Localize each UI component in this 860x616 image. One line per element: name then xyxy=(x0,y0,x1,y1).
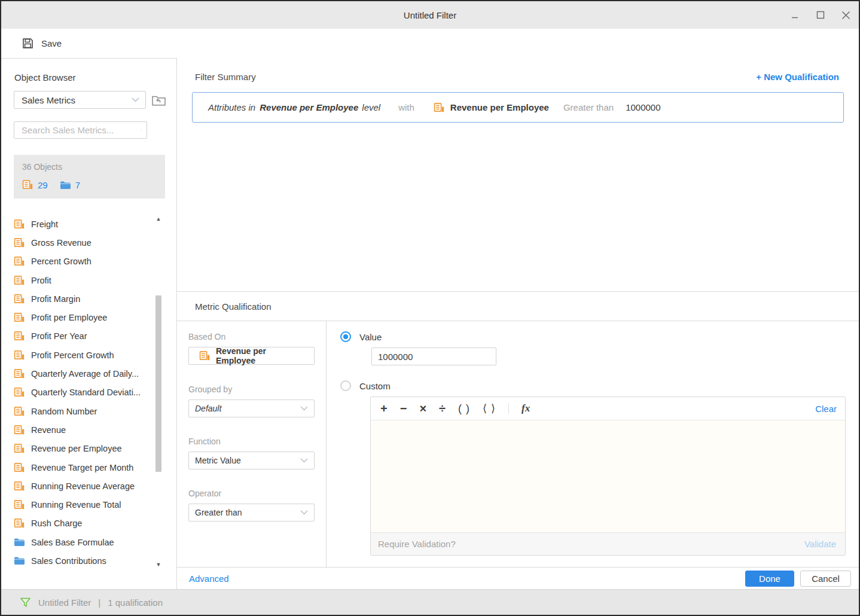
metric-qualification-body: Based On Revenue per Employee Grouped by… xyxy=(177,321,859,567)
list-item[interactable]: Sales Base Formulae xyxy=(14,533,176,551)
minimize-icon xyxy=(791,11,800,19)
source-dropdown[interactable]: Sales Metrics xyxy=(14,91,146,109)
list-item[interactable]: Quarterly Standard Deviati... xyxy=(14,383,176,402)
value-radio[interactable] xyxy=(340,331,351,342)
minus-icon[interactable]: − xyxy=(400,402,407,414)
validate-link[interactable]: Validate xyxy=(804,539,836,549)
list-item[interactable]: Profit xyxy=(14,271,176,289)
list-item[interactable]: Revenue Target per Month xyxy=(14,458,176,477)
grouped-by-dropdown[interactable]: Default xyxy=(188,400,315,417)
list-item[interactable]: Profit per Employee xyxy=(14,308,176,327)
metric-icon xyxy=(14,256,25,267)
window-title: Untitled Filter xyxy=(404,10,456,20)
function-dropdown[interactable]: Metric Value xyxy=(188,452,315,469)
minimize-button[interactable] xyxy=(791,10,800,20)
search-box xyxy=(14,121,147,139)
status-separator: | xyxy=(98,597,100,608)
metric-icon xyxy=(14,425,25,435)
done-button[interactable]: Done xyxy=(745,571,794,587)
operator-label: Operator xyxy=(188,489,315,498)
metric-icon xyxy=(14,237,25,248)
metric-icon xyxy=(14,219,25,230)
custom-radio-label: Custom xyxy=(359,381,391,391)
window-controls xyxy=(791,1,850,29)
maximize-button[interactable] xyxy=(816,10,825,20)
function-fx-icon[interactable]: fx xyxy=(522,402,530,414)
clear-link[interactable]: Clear xyxy=(815,404,837,414)
metric-icon xyxy=(22,179,33,190)
chevron-down-icon xyxy=(300,510,308,515)
object-list: Freight Gross Revenue Percent Growth xyxy=(14,215,176,571)
metric-icon xyxy=(199,350,210,361)
list-item[interactable]: Profit Per Year xyxy=(14,327,176,346)
list-item[interactable]: Revenue per Employee xyxy=(14,440,176,458)
cancel-button[interactable]: Cancel xyxy=(800,571,851,587)
list-item-label: Revenue Target per Month xyxy=(31,463,133,472)
metric-icon xyxy=(14,294,25,304)
list-item[interactable]: Random Number xyxy=(14,402,176,420)
scroll-down-arrow[interactable]: ▼ xyxy=(154,560,163,569)
scroll-up-arrow[interactable]: ▲ xyxy=(154,215,163,223)
objects-count-label: 36 Objects xyxy=(22,162,157,172)
advanced-link[interactable]: Advanced xyxy=(189,574,229,584)
source-dropdown-value: Sales Metrics xyxy=(22,95,132,105)
search-input[interactable] xyxy=(22,125,141,135)
based-on-value: Revenue per Employee xyxy=(216,346,308,365)
list-item-label: Profit Margin xyxy=(31,294,80,304)
angle-brackets-icon[interactable]: ⟨ ⟩ xyxy=(483,403,496,414)
toolbar-separator xyxy=(508,403,509,414)
list-item[interactable]: Sales Contributions xyxy=(14,551,176,570)
list-item-label: Rush Charge xyxy=(31,519,82,528)
divide-icon[interactable]: ÷ xyxy=(439,402,446,414)
operator-dropdown[interactable]: Greater than xyxy=(188,504,315,522)
list-item-label: Profit xyxy=(31,276,51,285)
qualification-value-panel: Value Custom + − × ÷ ( ) xyxy=(327,321,859,567)
scrollbar-thumb[interactable] xyxy=(155,295,161,472)
based-on-field[interactable]: Revenue per Employee xyxy=(188,347,315,365)
close-icon xyxy=(841,11,850,20)
grouped-by-value: Default xyxy=(195,404,300,413)
list-item[interactable]: Profit Margin xyxy=(14,289,176,308)
save-button[interactable]: Save xyxy=(22,38,62,49)
multiply-icon[interactable]: × xyxy=(419,402,426,414)
action-bar: Advanced Done Cancel xyxy=(177,567,859,589)
filter-editor-window: Untitled Filter Save Object Br xyxy=(0,0,860,616)
list-item-label: Profit Per Year xyxy=(31,331,87,341)
function-label: Function xyxy=(188,437,315,446)
list-item-label: Running Revenue Average xyxy=(31,481,135,491)
formula-toolbar: + − × ÷ ( ) ⟨ ⟩ fx Clear xyxy=(371,397,845,420)
close-button[interactable] xyxy=(841,10,850,20)
folder-count: 7 xyxy=(75,180,80,190)
list-item[interactable]: Running Revenue Total xyxy=(14,495,176,514)
save-label: Save xyxy=(41,38,62,48)
list-item[interactable]: Gross Revenue xyxy=(14,233,176,252)
plus-icon[interactable]: + xyxy=(380,402,388,414)
folder-icon xyxy=(60,181,71,190)
title-bar: Untitled Filter xyxy=(1,1,859,29)
value-radio-label: Value xyxy=(359,332,382,342)
qualification-summary-card[interactable]: Attributes in Revenue per Employee level… xyxy=(192,92,844,123)
maximize-icon xyxy=(816,11,825,19)
list-item[interactable]: Revenue xyxy=(14,420,176,439)
list-item[interactable]: Freight xyxy=(14,215,176,233)
qualification-prefix: Attributes in xyxy=(208,102,255,112)
value-input[interactable] xyxy=(371,347,496,365)
metric-icon xyxy=(14,275,25,286)
folder-icon xyxy=(14,556,25,565)
list-item[interactable]: Percent Growth xyxy=(14,252,176,271)
toolbar: Save xyxy=(1,29,859,58)
objects-summary: 36 Objects 29 7 xyxy=(14,155,165,199)
list-item[interactable]: Quarterly Average of Daily... xyxy=(14,364,176,383)
new-qualification-link[interactable]: + New Qualification xyxy=(756,72,839,82)
formula-input-area[interactable] xyxy=(371,420,845,532)
custom-radio[interactable] xyxy=(340,380,351,391)
folder-up-button[interactable] xyxy=(151,94,166,106)
parentheses-icon[interactable]: ( ) xyxy=(458,403,470,414)
list-scrollbar: ▲ ▼ xyxy=(154,215,163,569)
list-item[interactable]: Profit Percent Growth xyxy=(14,346,176,364)
list-item[interactable]: Running Revenue Average xyxy=(14,477,176,495)
list-item-label: Random Number xyxy=(31,407,97,416)
chevron-down-icon xyxy=(300,458,308,463)
function-value: Metric Value xyxy=(195,456,300,465)
list-item[interactable]: Rush Charge xyxy=(14,514,176,533)
